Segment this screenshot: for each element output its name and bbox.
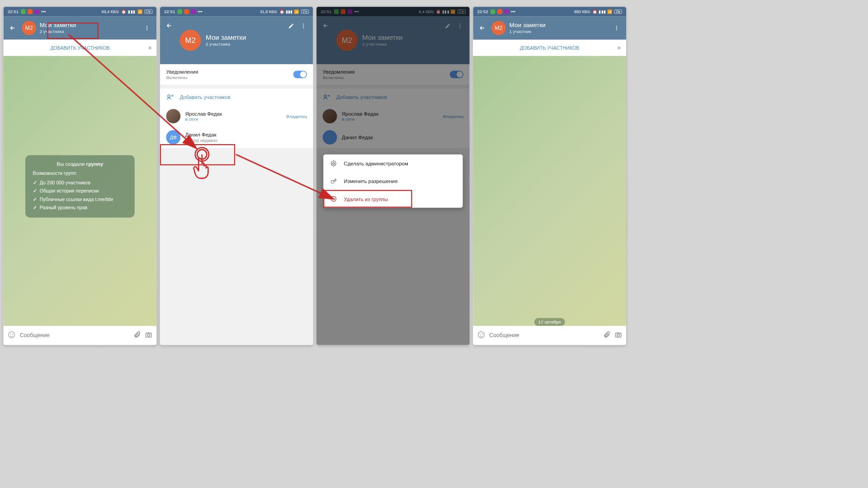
capabilities-caption: Возможности групп: (33, 170, 127, 176)
group-created-card: Вы создали группу Возможности групп: До … (25, 155, 135, 217)
emoji-icon[interactable] (8, 331, 16, 340)
screen-4-result: 22:52 ••• 850 КБ/с⏰ ▮▮▮ 📶18▸ M2 Мои заме… (473, 7, 626, 345)
menu-make-admin[interactable]: Сделать администратором (323, 155, 462, 172)
status-icon (28, 9, 33, 14)
svg-point-4 (10, 334, 11, 334)
screen-1-chat: 22:51 ••• 99,4 КБ/с ⏰ ▮▮▮ 📶 17▸ M2 Мои з… (4, 7, 157, 345)
group-avatar[interactable]: M2 (22, 21, 36, 35)
highlight-box-remove (323, 190, 412, 207)
svg-point-22 (480, 334, 481, 334)
group-title: Мои заметки (206, 34, 285, 42)
status-icon (184, 9, 189, 14)
chat-header: M2 Мои заметки 1 участник (473, 16, 626, 39)
close-icon[interactable]: ✕ (148, 45, 152, 50)
message-input-bar (4, 326, 157, 345)
signal-icon: ▮▮▮ (128, 9, 135, 14)
notifications-toggle[interactable] (293, 70, 307, 78)
svg-point-19 (616, 28, 617, 28)
status-icon (497, 9, 502, 14)
battery-icon: 17▸ (145, 9, 152, 14)
add-members-label: ДОБАВИТЬ УЧАСТНИКОВ (50, 45, 109, 50)
status-icon (177, 9, 182, 14)
svg-point-11 (168, 95, 170, 98)
status-time: 22:52 (477, 9, 488, 14)
capability-item: Общая история переписки (33, 187, 127, 195)
wifi-icon: 📶 (137, 9, 142, 14)
status-icon (504, 9, 509, 14)
member-count: 1 участник (509, 29, 610, 34)
group-title: Мои заметки (509, 22, 610, 29)
status-icon (34, 9, 39, 14)
svg-point-21 (478, 332, 485, 338)
member-name: Ярослав Федак (185, 111, 282, 117)
svg-point-9 (303, 25, 304, 26)
tap-gesture-icon (190, 147, 217, 186)
status-more: ••• (41, 9, 46, 14)
status-icon (491, 9, 495, 14)
status-time: 22:51 (164, 9, 175, 14)
screen-2-profile: 22:51 ••• 31,8 КБ/с⏰ ▮▮▮ 📶17▸ M2 Мои зам… (160, 7, 313, 345)
capability-item: Публичные ссылки вида t.me/title (33, 195, 127, 203)
svg-point-18 (616, 26, 617, 27)
member-status: в сети (185, 117, 282, 122)
close-icon[interactable]: ✕ (617, 45, 621, 50)
screen-3-context-menu: 22:51 ••• 4,4 КБ/с⏰ ▮▮▮ 📶17▸ M2 Мои заме… (316, 7, 470, 345)
menu-label: Сделать администратором (344, 160, 408, 166)
more-menu-button[interactable] (297, 20, 310, 32)
attach-icon[interactable] (603, 331, 611, 340)
svg-point-25 (617, 334, 620, 337)
group-avatar[interactable]: M2 (180, 30, 201, 51)
message-input[interactable] (490, 333, 599, 339)
member-avatar: ДФ (166, 130, 180, 145)
status-net: 850 КБ/с (574, 9, 590, 14)
svg-point-0 (146, 26, 147, 27)
svg-point-1 (146, 28, 147, 28)
emoji-icon[interactable] (477, 331, 485, 340)
header-title-block[interactable]: Мои заметки 1 участник (509, 22, 610, 34)
member-row[interactable]: Ярослав Федак в сети Владелец (160, 106, 313, 127)
svg-point-20 (616, 29, 617, 30)
notifications-row[interactable]: Уведомления Включены (160, 64, 313, 85)
more-menu-button[interactable] (610, 22, 623, 34)
back-button[interactable] (163, 20, 175, 32)
add-members-button[interactable]: Добавить участников (160, 89, 313, 106)
menu-permissions[interactable]: Изменить разрешения (323, 172, 462, 190)
status-bar: 22:51 ••• 99,4 КБ/с ⏰ ▮▮▮ 📶 17▸ (4, 7, 157, 16)
edit-button[interactable] (285, 20, 297, 32)
member-avatar (166, 109, 180, 123)
camera-icon[interactable] (614, 331, 622, 340)
chat-area: Вы создали группу Возможности групп: До … (4, 56, 157, 345)
notifications-label: Уведомления (166, 69, 198, 75)
capability-item: Разный уровень прав (33, 203, 127, 211)
svg-point-3 (9, 332, 15, 338)
add-members-bar[interactable]: ДОБАВИТЬ УЧАСТНИКОВ ✕ (4, 40, 157, 56)
status-net: 31,8 КБ/с (260, 9, 277, 14)
member-name: Данил Федак (185, 132, 307, 138)
status-net: 99,4 КБ/с (102, 9, 119, 14)
member-role: Владелец (286, 113, 307, 118)
alarm-icon: ⏰ (121, 9, 126, 14)
message-input[interactable] (20, 333, 129, 339)
attach-icon[interactable] (133, 331, 141, 340)
camera-icon[interactable] (145, 331, 153, 340)
status-time: 22:51 (8, 9, 19, 14)
message-input-bar (473, 326, 626, 345)
add-members-bar[interactable]: ДОБАВИТЬ УЧАСТНИКОВ ✕ (473, 40, 626, 56)
back-button[interactable] (476, 22, 488, 34)
status-icon (21, 9, 26, 14)
menu-label: Изменить разрешения (344, 178, 398, 184)
status-bar: 22:51 ••• 31,8 КБ/с⏰ ▮▮▮ 📶17▸ (160, 7, 313, 16)
status-bar: 22:52 ••• 850 КБ/с⏰ ▮▮▮ 📶18▸ (473, 7, 626, 16)
more-menu-button[interactable] (141, 22, 153, 34)
capability-item: До 200 000 участников (33, 178, 127, 187)
profile-body: Уведомления Включены Добавить участников… (160, 64, 313, 345)
group-avatar[interactable]: M2 (491, 21, 506, 35)
date-label: 17 октября (534, 318, 565, 326)
svg-point-23 (482, 334, 482, 334)
svg-point-10 (303, 27, 304, 28)
status-icon (191, 9, 196, 14)
add-members-label: ДОБАВИТЬ УЧАСТНИКОВ (520, 45, 579, 50)
back-button[interactable] (7, 22, 19, 34)
highlight-box-title (47, 23, 98, 39)
member-status: был(а) недавно (185, 138, 307, 143)
